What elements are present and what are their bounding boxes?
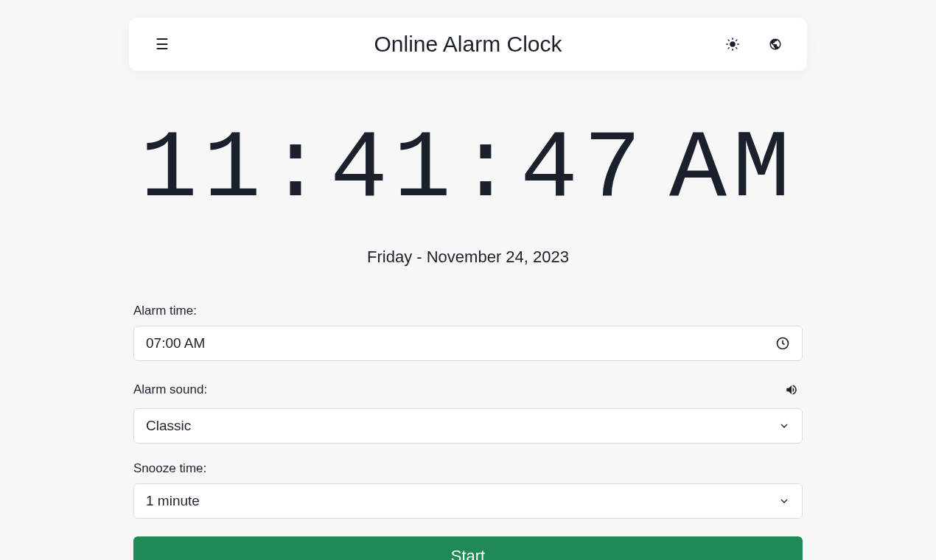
chevron-down-icon	[778, 495, 790, 507]
svg-point-0	[730, 41, 736, 47]
snooze-time-value: 1 minute	[146, 493, 778, 509]
alarm-form: Alarm time: 07:00 AM Alarm sound: Classi…	[129, 304, 807, 560]
clock-seconds: 47	[520, 116, 647, 224]
start-button-label: Start	[451, 547, 485, 560]
chevron-down-icon	[778, 420, 790, 432]
alarm-sound-select[interactable]: Classic	[133, 408, 803, 444]
alarm-time-value: 07:00 AM	[146, 335, 775, 351]
preview-sound-button[interactable]	[780, 379, 803, 401]
clock-icon	[775, 336, 790, 351]
alarm-time-field: Alarm time: 07:00 AM	[133, 304, 803, 361]
snooze-time-field: Snooze time: 1 minute	[133, 461, 803, 519]
clock-minutes: 41	[330, 116, 457, 224]
snooze-time-label: Snooze time:	[133, 461, 206, 476]
alarm-time-label: Alarm time:	[133, 304, 197, 318]
globe-icon	[769, 38, 782, 51]
theme-toggle-button[interactable]	[722, 33, 744, 55]
volume-icon	[785, 383, 798, 396]
clock-sep-2: :	[457, 116, 520, 224]
sun-icon	[726, 38, 739, 51]
hamburger-menu-button[interactable]: ☰	[150, 31, 175, 57]
header-right	[722, 33, 786, 55]
language-button[interactable]	[764, 33, 786, 55]
alarm-time-input[interactable]: 07:00 AM	[133, 326, 803, 361]
header-bar: ☰ Online Alarm Clock	[129, 18, 807, 71]
snooze-time-select[interactable]: 1 minute	[133, 483, 803, 519]
alarm-sound-field: Alarm sound: Classic	[133, 379, 803, 444]
alarm-sound-label: Alarm sound:	[133, 382, 207, 397]
clock-meridiem: AM	[669, 116, 796, 224]
clock-time: 11:41:47AM	[129, 122, 807, 218]
clock-hours: 11	[140, 116, 267, 224]
page-title: Online Alarm Clock	[374, 32, 562, 57]
header-left: ☰	[150, 31, 175, 57]
hamburger-icon: ☰	[156, 36, 169, 52]
alarm-sound-value: Classic	[146, 418, 778, 434]
clock-display: 11:41:47AM Friday - November 24, 2023	[129, 122, 807, 267]
clock-sep-1: :	[267, 116, 330, 224]
start-button[interactable]: Start	[133, 536, 803, 560]
clock-date: Friday - November 24, 2023	[129, 248, 807, 267]
